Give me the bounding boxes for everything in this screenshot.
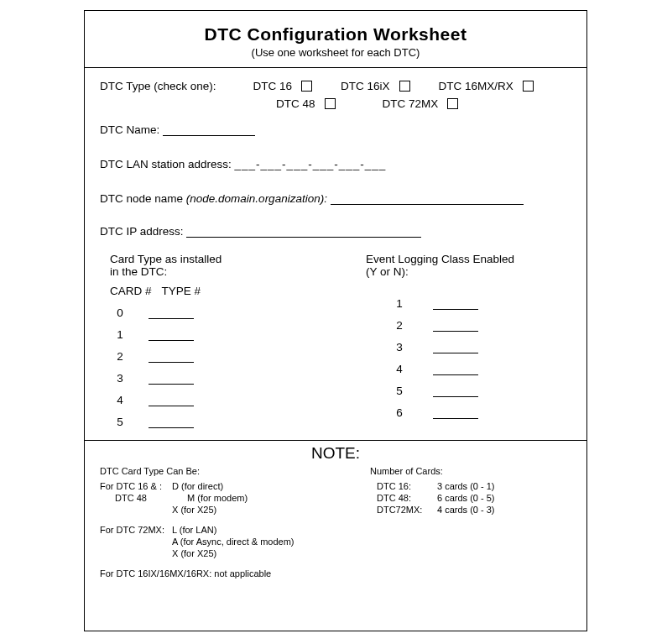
numcards-k2: DTC 48: [377, 493, 437, 503]
note-g3-b: A (for Async, direct & modem) [172, 537, 295, 547]
event-input-5[interactable] [433, 385, 478, 397]
card-num: 5 [110, 416, 130, 428]
event-row: 3 [366, 337, 571, 353]
event-num: 4 [389, 363, 409, 375]
note-left: DTC Card Type Can Be: For DTC 16 & :D (f… [100, 466, 362, 579]
dtc-lan-row: DTC LAN station address: ___-___-___-___… [100, 158, 571, 170]
dtc-lan-input[interactable]: ___-___-___-___-___-___ [235, 158, 387, 170]
card-row: 0 [110, 302, 315, 319]
note-g2-b: X (for X25) [172, 505, 216, 515]
card-num: 0 [110, 306, 130, 319]
card-type-col: Card Type as installed in the DTC: CARD … [110, 253, 315, 428]
card-type-input-2[interactable] [149, 350, 194, 363]
event-num: 6 [389, 406, 409, 419]
checkbox-dtc16ix[interactable] [399, 81, 410, 92]
card-num: 3 [110, 372, 130, 385]
tables-row: Card Type as installed in the DTC: CARD … [100, 238, 571, 428]
event-num: 3 [389, 341, 409, 353]
note-g2-a: M (for modem) [187, 493, 248, 503]
note-g1-a: D (for direct) [172, 481, 223, 491]
event-num: 2 [389, 319, 409, 332]
card-num: 4 [110, 394, 130, 406]
card-row: 3 [110, 368, 315, 385]
note-numcards-head: Number of Cards: [370, 466, 571, 476]
card-type-input-0[interactable] [149, 306, 194, 319]
note-g3-c: X (for X25) [172, 548, 216, 558]
card-row: 4 [110, 390, 315, 406]
dtc-type-opt-48: DTC 48 [276, 97, 315, 110]
dtc-type-opt-16ix: DTC 16iX [341, 80, 390, 92]
dtc-node-label: DTC node name [100, 192, 186, 205]
note-g4: For DTC 16IX/16MX/16RX: not applicable [100, 568, 362, 579]
checkbox-dtc16mxrx[interactable] [523, 81, 534, 92]
card-col-card: CARD # [110, 285, 159, 297]
card-num: 2 [110, 350, 130, 363]
event-input-1[interactable] [433, 297, 478, 310]
card-heading2: in the DTC: [110, 265, 315, 278]
checkbox-dtc48[interactable] [325, 98, 336, 109]
page-subtitle: (Use one worksheet for each DTC) [85, 46, 586, 59]
event-input-6[interactable] [433, 406, 478, 419]
event-row: 4 [366, 359, 571, 375]
dtc-ip-label: DTC IP address: [100, 225, 184, 238]
worksheet-frame: DTC Configuration Worksheet (Use one wor… [84, 10, 587, 631]
card-type-input-1[interactable] [149, 328, 194, 341]
card-row: 5 [110, 411, 315, 428]
numcards-v3: 4 cards (0 - 3) [437, 505, 494, 515]
event-row: 1 [366, 293, 571, 310]
note-g2-label: DTC 48 [100, 493, 187, 503]
note-section: NOTE: DTC Card Type Can Be: For DTC 16 &… [85, 441, 586, 585]
dtc-lan-label: DTC LAN station address: [100, 158, 232, 170]
card-type-input-5[interactable] [149, 416, 194, 428]
dtc-name-label: DTC Name: [100, 123, 159, 136]
card-row: 2 [110, 346, 315, 363]
dtc-type-opt-72mx: DTC 72MX [383, 97, 439, 110]
dtc-type-row2: DTC 48 DTC 72MX [100, 97, 571, 110]
dtc-node-hint: (node.domain.organization): [186, 192, 327, 205]
event-table: 1 2 3 4 5 6 [366, 293, 571, 419]
event-input-3[interactable] [433, 341, 478, 353]
event-num: 5 [389, 385, 409, 397]
dtc-ip-input[interactable] [186, 225, 421, 238]
card-num: 1 [110, 328, 130, 341]
dtc-type-opt-16mxrx: DTC 16MX/RX [439, 80, 513, 92]
card-type-input-3[interactable] [149, 372, 194, 385]
note-g3-label: For DTC 72MX: [100, 525, 172, 535]
note-g3-a: L (for LAN) [172, 525, 216, 535]
dtc-name-input[interactable] [163, 123, 255, 136]
card-row: 1 [110, 324, 315, 341]
event-row: 6 [366, 402, 571, 419]
note-cardtype-head: DTC Card Type Can Be: [100, 466, 362, 476]
dtc-ip-row: DTC IP address: [100, 225, 571, 238]
dtc-type-opt-16: DTC 16 [253, 80, 293, 92]
page-title: DTC Configuration Worksheet [85, 24, 586, 45]
event-input-2[interactable] [433, 319, 478, 332]
event-input-4[interactable] [433, 363, 478, 375]
numcards-k1: DTC 16: [377, 481, 437, 491]
checkbox-dtc72mx[interactable] [447, 98, 458, 109]
dtc-name-row: DTC Name: [100, 123, 571, 136]
numcards-v1: 3 cards (0 - 1) [437, 481, 494, 491]
event-heading2: (Y or N): [366, 265, 571, 278]
header: DTC Configuration Worksheet (Use one wor… [85, 11, 586, 59]
dtc-node-row: DTC node name (node.domain.organization)… [100, 192, 571, 205]
event-row: 2 [366, 315, 571, 332]
card-heading1: Card Type as installed [110, 253, 315, 265]
event-num: 1 [389, 297, 409, 310]
note-title: NOTE: [100, 444, 571, 463]
note-g1-label: For DTC 16 & : [100, 481, 172, 491]
dtc-type-row: DTC Type (check one): DTC 16 DTC 16iX DT… [100, 80, 571, 92]
event-heading1: Event Logging Class Enabled [366, 253, 571, 265]
card-table: CARD # TYPE # 0 1 2 3 4 5 [110, 285, 315, 428]
note-right: Number of Cards: DTC 16:3 cards (0 - 1) … [362, 466, 571, 579]
card-col-type: TYPE # [162, 285, 201, 297]
event-log-col: Event Logging Class Enabled (Y or N): 1 … [349, 253, 571, 428]
checkbox-dtc16[interactable] [301, 81, 312, 92]
section-main: DTC Type (check one): DTC 16 DTC 16iX DT… [85, 68, 586, 435]
numcards-k3: DTC72MX: [377, 505, 437, 515]
dtc-type-label: DTC Type (check one): [100, 80, 216, 92]
dtc-node-input[interactable] [331, 192, 524, 205]
card-type-input-4[interactable] [149, 394, 194, 406]
event-row: 5 [366, 380, 571, 397]
numcards-v2: 6 cards (0 - 5) [437, 493, 494, 503]
